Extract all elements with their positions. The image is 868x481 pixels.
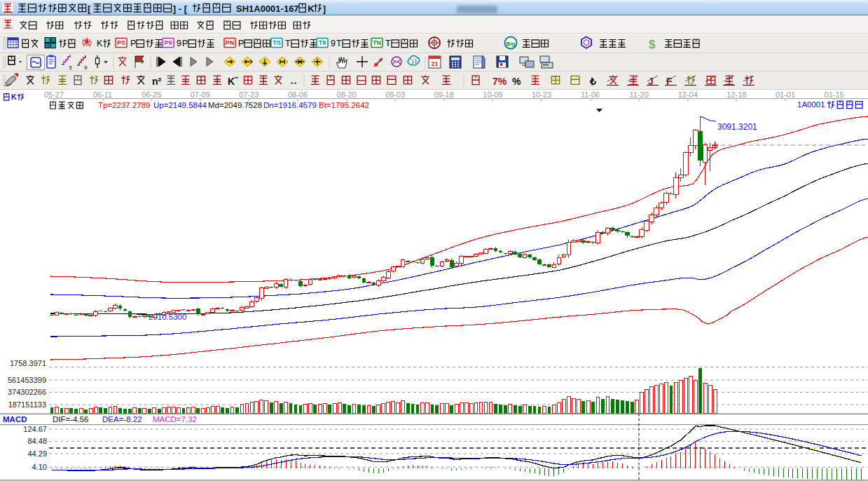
svg-text:Bt=1795.2642: Bt=1795.2642 [319,101,369,109]
svg-text:P: P [238,39,244,48]
svg-text:%: % [512,76,521,87]
svg-text:374302266: 374302266 [8,388,46,396]
svg-text:T9: T9 [319,39,326,46]
svg-text:n²: n² [152,76,162,87]
svg-text:09-03: 09-03 [385,90,405,99]
svg-text:01-15: 01-15 [825,90,844,99]
svg-text:P: P [182,39,188,48]
svg-text:01-01: 01-01 [776,90,795,99]
svg-text:11-20: 11-20 [630,90,649,99]
svg-text:9: 9 [84,65,88,71]
svg-text:K: K [11,93,17,101]
svg-text:9: 9 [331,39,336,48]
svg-text:44.29: 44.29 [27,449,47,458]
svg-text:DIF=-4.56: DIF=-4.56 [53,415,88,424]
svg-text:07-23: 07-23 [239,90,259,99]
svg-text:7%: 7% [492,76,507,87]
svg-text:SH1A0001-167: SH1A0001-167 [236,4,299,14]
svg-text:P9: P9 [164,39,172,46]
svg-text:K: K [97,39,103,48]
svg-text:MACD: MACD [3,415,27,424]
svg-text:06-25: 06-25 [142,90,161,99]
svg-text:08-06: 08-06 [288,90,308,99]
svg-text:T: T [285,39,291,48]
svg-text:$: $ [649,38,656,51]
svg-text:T: T [336,39,342,48]
svg-text:4.10: 4.10 [32,463,47,471]
svg-text:T: T [385,39,391,48]
svg-text:↔: ↔ [289,76,298,87]
svg-text:₺: ₺ [589,76,596,87]
svg-text:05-27: 05-27 [44,90,64,99]
svg-text:12-18: 12-18 [726,90,746,99]
svg-text:1758.3971: 1758.3971 [10,359,46,367]
svg-text:2010.5300: 2010.5300 [149,313,186,321]
svg-text:TN: TN [373,39,381,46]
svg-text:] - [: ] - [ [173,4,188,14]
svg-text:3091.3201: 3091.3201 [717,122,757,132]
svg-text:Up=2149.5844: Up=2149.5844 [153,101,207,109]
svg-text:10-23: 10-23 [532,90,551,99]
svg-text:K: K [308,4,315,14]
svg-text:Tp=2237.2789: Tp=2237.2789 [98,101,151,109]
svg-text:10-09: 10-09 [483,90,502,99]
svg-text:12-04: 12-04 [678,90,698,99]
svg-text:Md=2049.7528: Md=2049.7528 [208,101,262,109]
svg-text:84.48: 84.48 [27,437,47,445]
svg-text:21: 21 [431,60,438,67]
svg-text:Big: Big [507,41,516,47]
svg-text:]: ] [323,4,326,14]
svg-text:TS: TS [273,39,281,46]
svg-text:9: 9 [177,39,181,48]
svg-text:DEA=-8.22: DEA=-8.22 [102,415,142,424]
svg-text:[: [ [88,4,91,14]
svg-text:187151133: 187151133 [8,400,46,409]
svg-text:124.67: 124.67 [23,425,47,433]
svg-text:06-11: 06-11 [93,90,112,99]
svg-text:07-09: 07-09 [191,90,210,99]
svg-text:K˝: K˝ [228,76,239,87]
svg-text:PS: PS [117,39,125,46]
svg-text:09-18: 09-18 [434,90,454,99]
svg-text:561453399: 561453399 [8,376,46,384]
svg-text:MACD=7.32: MACD=7.32 [153,415,197,424]
svg-text:08-20: 08-20 [337,90,357,99]
svg-text:PN: PN [226,39,235,46]
svg-text:Dn=1916.4579: Dn=1916.4579 [263,101,317,109]
svg-text:P: P [130,39,136,48]
svg-text:1A0001: 1A0001 [797,100,825,109]
svg-text:3: 3 [69,65,72,71]
svg-text:11-06: 11-06 [581,90,600,99]
